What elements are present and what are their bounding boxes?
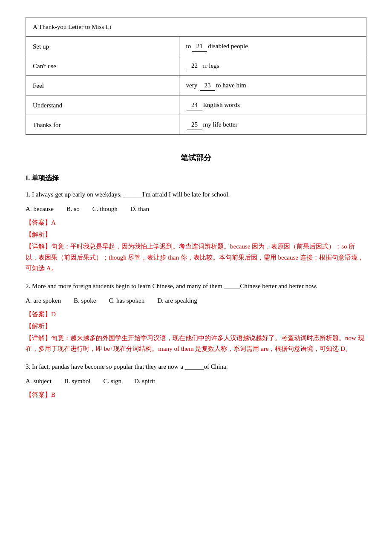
table-cell-right-3: very 23to have him [179, 76, 366, 95]
table-row: Feel very 23to have him [26, 76, 366, 95]
option-1a: A. because [26, 204, 54, 214]
blank-21: 21 [192, 41, 207, 52]
question-2-text: 2. More and more foreign students begin … [26, 281, 366, 291]
table-title: A Thank-you Letter to Miss Li [26, 17, 366, 37]
question-2-number: 2. [26, 283, 32, 289]
table-cell-left-1: Set up [26, 37, 179, 56]
written-section-title: 笔试部分 [26, 152, 366, 164]
question-3: 3. In fact, pandas have become so popula… [26, 361, 366, 400]
table-cell-right-5: 25my life better [179, 115, 366, 135]
question-2-body: More and more foreign students begin to … [32, 283, 317, 289]
question-3-options: A. subject B. symbol C. sign D. spirit [26, 376, 366, 386]
option-3d: D. spirit [134, 376, 155, 386]
option-2b: B. spoke [74, 295, 96, 306]
question-2-detail: 【详解】句意：越来越多的外国学生开始学习汉语，现在他们中的许多人汉语越说越好了。… [26, 333, 366, 355]
table-row: Can't use 22rr legs [26, 56, 366, 76]
blank-24: 24 [187, 100, 202, 110]
question-1-analysis-header: 【解析】 [26, 229, 366, 240]
blank-23: 23 [200, 80, 215, 91]
table-cell-right-4: 24English words [179, 95, 366, 115]
question-1-text: 1. I always get up early on weekdays, __… [26, 189, 366, 199]
table-cell-right-2: 22rr legs [179, 56, 366, 76]
option-2c: C. has spoken [109, 295, 144, 306]
table-title-row: A Thank-you Letter to Miss Li [26, 17, 366, 37]
question-2-analysis-header: 【解析】 [26, 321, 366, 331]
question-2: 2. More and more foreign students begin … [26, 281, 366, 355]
question-3-number: 3. [26, 363, 32, 370]
option-1d: D. than [130, 204, 149, 214]
option-1c: C. though [92, 204, 118, 214]
letter-table-section: A Thank-you Letter to Miss Li Set up to2… [26, 17, 366, 135]
blank-25: 25 [187, 119, 202, 130]
question-1-body: I always get up early on weekdays, _____… [32, 191, 230, 198]
option-3a: A. subject [26, 376, 52, 386]
table-cell-left-4: Understand [26, 95, 179, 115]
option-1b: B. so [66, 204, 80, 214]
table-row: Thanks for 25my life better [26, 115, 366, 135]
subsection-title-1: I. 单项选择 [26, 173, 366, 184]
option-2d: D. are speaking [157, 295, 197, 306]
question-1: 1. I always get up early on weekdays, __… [26, 189, 366, 274]
question-1-detail: 【详解】句意：平时我总是早起，因为我怕上学迟到。考查连词辨析题。because … [26, 241, 366, 274]
option-3b: B. symbol [64, 376, 91, 386]
table-cell-left-3: Feel [26, 76, 179, 95]
question-3-answer: 【答案】B [26, 390, 366, 400]
table-cell-right-1: to21disabled people [179, 37, 366, 56]
question-2-options: A. are spoken B. spoke C. has spoken D. … [26, 295, 366, 306]
question-3-body: In fact, pandas have become so popular t… [32, 363, 228, 370]
table-row: Set up to21disabled people [26, 37, 366, 56]
question-1-answer: 【答案】A [26, 217, 366, 228]
question-1-options: A. because B. so C. though D. than [26, 204, 366, 214]
blank-22: 22 [187, 61, 202, 71]
table-cell-left-5: Thanks for [26, 115, 179, 135]
question-3-text: 3. In fact, pandas have become so popula… [26, 361, 366, 372]
question-1-number: 1. [26, 191, 32, 198]
option-2a: A. are spoken [26, 295, 61, 306]
question-2-answer: 【答案】D [26, 309, 366, 319]
letter-table: A Thank-you Letter to Miss Li Set up to2… [26, 17, 366, 135]
table-cell-left-2: Can't use [26, 56, 179, 76]
option-3c: C. sign [104, 376, 122, 386]
table-row: Understand 24English words [26, 95, 366, 115]
